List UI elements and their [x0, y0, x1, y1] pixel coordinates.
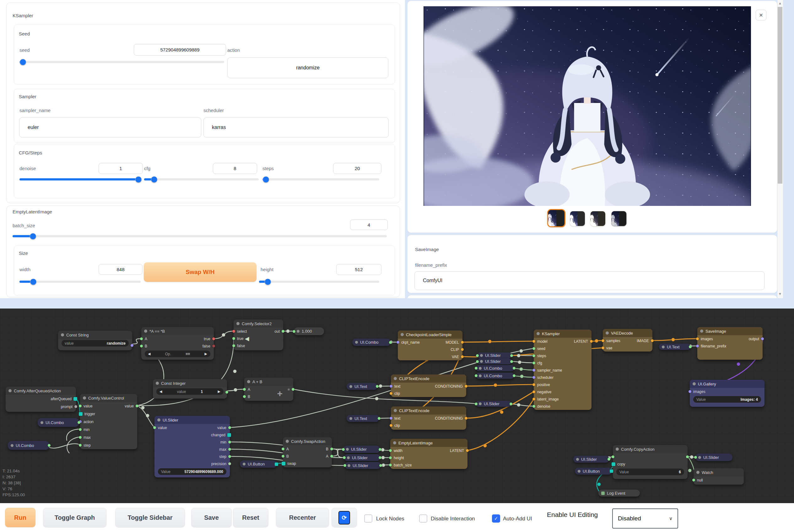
cfg-input[interactable]: [213, 163, 257, 174]
thumbnail-4[interactable]: [611, 211, 627, 226]
width-input[interactable]: [99, 264, 143, 274]
disable-interaction-label: Disable Interaction: [431, 516, 475, 522]
node-value-1000[interactable]: 1.000: [294, 327, 324, 335]
toggle-sidebar-label: Toggle Sidebar: [128, 514, 173, 521]
width-slider-thumb[interactable]: [30, 279, 37, 285]
toggle-graph-button[interactable]: Toggle Graph: [43, 508, 107, 527]
node-after-queued-action[interactable]: Comfy.AfterQueuedActionafterQueuedprompt: [6, 387, 76, 412]
swap-wh-button[interactable]: Swap W/H: [144, 262, 257, 282]
refresh-button[interactable]: ⟳: [332, 508, 357, 527]
node-empty-latent-image[interactable]: EmptyLatentImagewidthLATENTheightbatch_s…: [390, 439, 468, 469]
node-ui-slider-height[interactable]: UI.Slider: [344, 454, 380, 461]
node-ui-combo-step[interactable]: UI.Combo: [8, 441, 49, 450]
disable-interaction-checkbox[interactable]: [419, 514, 427, 522]
generated-image[interactable]: [423, 6, 751, 206]
run-label: Run: [14, 514, 26, 521]
height-slider-thumb[interactable]: [265, 279, 271, 285]
steps-label: steps: [263, 166, 274, 171]
batch-size-input[interactable]: [350, 220, 388, 230]
reset-button[interactable]: Reset: [233, 508, 268, 527]
width-slider[interactable]: [19, 281, 141, 283]
filename-prefix-input[interactable]: [414, 271, 764, 290]
node-a-plus-b[interactable]: A + BA=B+: [244, 378, 293, 401]
steps-slider[interactable]: [263, 178, 379, 180]
node-ui-combo-ckpt[interactable]: UI.Combo: [352, 339, 391, 346]
node-ui-combo-sampler[interactable]: UI.Combo: [476, 365, 514, 371]
thumbnail-2[interactable]: [570, 211, 585, 226]
node-selector2[interactable]: Comfy.Selector2selectouttrue◀false: [233, 320, 283, 350]
action-label: action: [227, 48, 240, 53]
refresh-icon: ⟳: [338, 511, 350, 525]
batch-size-slider-thumb[interactable]: [30, 233, 36, 240]
node-ui-text-filename[interactable]: UI.Text: [659, 344, 691, 350]
cfg-slider-thumb[interactable]: [151, 176, 157, 183]
app-root: KSampler Seed seed action randomize Samp…: [0, 0, 794, 532]
seed-input[interactable]: [134, 44, 226, 56]
node-swap-action[interactable]: Comfy.SwapActionABBAswap: [283, 437, 332, 467]
scrollbar-thumb[interactable]: [778, 7, 782, 184]
node-ui-combo-sched[interactable]: UI.Combo: [476, 373, 514, 379]
cfg-slider[interactable]: [144, 178, 259, 180]
node-ui-slider-copy-out[interactable]: UI.Slider: [695, 454, 733, 461]
node-const-integer[interactable]: Const Integer◀value1▶: [153, 379, 227, 399]
node-save-image[interactable]: SaveImageimagesoutputfilename_prefix: [697, 327, 762, 360]
sampler-name-input[interactable]: [19, 117, 201, 137]
close-icon[interactable]: ✕: [756, 10, 767, 20]
node-a-eq-b[interactable]: *A == *BAtrueBfalse◀Op.==▶: [141, 327, 214, 360]
node-const-string[interactable]: Const Stringvaluerandomize: [58, 331, 132, 350]
auto-add-ui-checkbox[interactable]: ✓: [492, 514, 500, 522]
recenter-button[interactable]: Recenter: [276, 508, 329, 527]
graph-stats: T: 21.04sI: 2637 N: 38 [38]V: 76 FPS:125…: [2, 468, 25, 498]
thumbnail-1[interactable]: [547, 209, 565, 227]
node-ui-slider-cfg[interactable]: UI.Slider: [477, 358, 512, 364]
height-slider[interactable]: [259, 281, 379, 283]
seed-slider[interactable]: [19, 61, 224, 63]
scheduler-input[interactable]: [204, 117, 389, 137]
node-vae-decode[interactable]: VAEDecodesamplesIMAGEvae: [603, 329, 653, 352]
node-ui-button-copy[interactable]: UI.Button: [575, 468, 612, 475]
seed-slider-thumb[interactable]: [20, 59, 26, 65]
batch-size-slider[interactable]: [13, 235, 387, 237]
randomize-button-label: randomize: [296, 65, 320, 71]
ui-editing-dropdown[interactable]: Disabled ∨: [612, 509, 678, 529]
thumbnail-3[interactable]: [590, 211, 606, 226]
node-copy-action[interactable]: Comfy.CopyActioncopyValue6: [613, 445, 687, 479]
node-ui-combo-action[interactable]: UI.Combo: [38, 418, 79, 427]
node-clip-text-encode-pos[interactable]: CLIPTextEncodetextCONDITIONINGclip: [391, 375, 466, 397]
denoise-slider-thumb[interactable]: [135, 176, 142, 183]
reset-label: Reset: [242, 514, 259, 521]
scroll-up-icon[interactable]: ▲: [778, 1, 782, 5]
steps-slider-thumb[interactable]: [263, 176, 269, 183]
graph-canvas[interactable]: Const Stringvaluerandomize*A == *BAtrueB…: [0, 308, 794, 503]
node-ui-gallery[interactable]: UI.GalleryimagesValueImages: 4: [690, 380, 764, 407]
cfg-label: cfg: [144, 166, 150, 171]
node-ui-slider-seed[interactable]: UI.Slidervaluevaluechangedminmaxstepprec…: [154, 416, 230, 477]
lock-nodes-checkbox[interactable]: [364, 514, 372, 522]
node-ui-slider-copy-in[interactable]: UI.Slider: [573, 456, 609, 463]
node-watch[interactable]: Watchnull: [694, 468, 744, 484]
node-ui-button-swap[interactable]: UI.Button: [240, 460, 277, 468]
node-ui-text-neg[interactable]: UI.Text: [346, 415, 379, 422]
save-button[interactable]: Save: [191, 508, 232, 527]
denoise-slider[interactable]: [19, 178, 141, 180]
node-ui-slider-denoise[interactable]: UI.Slider: [476, 401, 511, 407]
scheduler-label: scheduler: [204, 108, 224, 113]
height-input[interactable]: [336, 264, 381, 275]
auto-add-ui-label: Auto-Add UI: [503, 516, 532, 522]
scroll-down-icon[interactable]: ▼: [778, 292, 782, 296]
steps-input[interactable]: [333, 163, 381, 174]
node-ui-slider-batch[interactable]: UI.Slider: [345, 462, 381, 469]
randomize-button[interactable]: randomize: [227, 57, 389, 78]
node-checkpoint-loader[interactable]: CheckpointLoaderSimpleckpt_nameMODELCLIP…: [398, 330, 462, 360]
node-ui-slider-steps[interactable]: UI.Slider: [477, 353, 512, 358]
node-log-event[interactable]: Log Event: [599, 490, 640, 496]
toggle-sidebar-button[interactable]: Toggle Sidebar: [115, 508, 185, 527]
node-value-control[interactable]: Comfy.ValueControlvaluevaluetriggeractio…: [80, 394, 137, 449]
denoise-input[interactable]: [99, 163, 143, 174]
chevron-down-icon: ∨: [669, 516, 673, 521]
node-ui-slider-width[interactable]: UI.Slider: [343, 446, 380, 453]
node-ui-text-pos[interactable]: UI.Text: [346, 383, 377, 390]
run-button[interactable]: Run: [5, 508, 36, 527]
node-clip-text-encode-neg[interactable]: CLIPTextEncodetextCONDITIONINGclip: [391, 406, 466, 430]
node-ksampler[interactable]: KSamplermodelLATENTseedstepscfgsampler_n…: [534, 329, 591, 410]
